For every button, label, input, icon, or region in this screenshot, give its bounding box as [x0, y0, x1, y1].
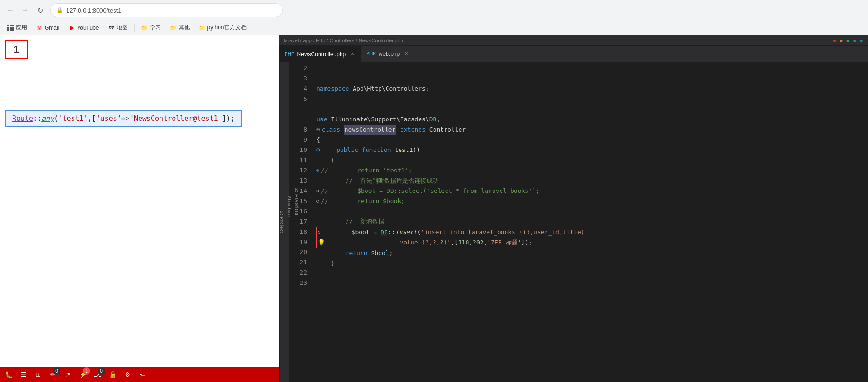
fold-icon-19: ⊖ [318, 227, 320, 237]
folder-icon-other: 📁 [170, 25, 177, 31]
fold-icon-9: ⊖ [316, 125, 320, 135]
youtube-bookmark[interactable]: ▶ YouTube [65, 23, 102, 33]
lock-bottom-icon[interactable]: 🔒 [108, 370, 117, 379]
controller-text: Controller [426, 125, 466, 135]
code-line-8: use Illuminate\Support\Facades\DB; [316, 114, 868, 125]
comment-15: // $book = DB::select('select * from lar… [321, 186, 540, 196]
cls-db: DB [381, 227, 388, 237]
route-arrow: => [121, 114, 130, 123]
route-op1: :: [33, 114, 41, 123]
tab-newscontroller-close[interactable]: ✕ [350, 51, 354, 57]
ide-toolbar-icon-3[interactable]: ● [846, 37, 850, 44]
fn-test1: test1 [394, 145, 413, 155]
gmail-bookmark[interactable]: M Gmail [33, 23, 63, 33]
nav-buttons: ← → ↻ [4, 4, 47, 17]
tab-web[interactable]: PHP web.php ✕ [361, 46, 414, 62]
bulb-icon[interactable]: 💡 [318, 237, 325, 248]
edit-badge-container: ✏ 0 [48, 370, 58, 379]
ide-tabs: PHP NewsController.php ✕ PHP web.php ✕ [279, 46, 868, 62]
use-ns: Illuminate\Support\Facades\DB; [327, 114, 440, 125]
assign-op: = [370, 227, 381, 237]
tab-web-close[interactable]: ✕ [404, 51, 408, 57]
browser-content-inner: 1 Route::any('test1',['uses'=>'NewsContr… [0, 35, 279, 367]
code-area: 2 3 4 5 8 9 10 11 12 13 14 15 16 17 [289, 62, 868, 382]
code-line-12: { [316, 155, 868, 165]
comment-13: // return 'test1'; [321, 165, 412, 176]
apps-bookmark[interactable]: 应用 [4, 22, 31, 33]
ide-toolbar-icon-4[interactable]: ● [853, 37, 856, 44]
code-line-20: 💡 value (?,?,?)' ,[ 110 , 202 , 'ZEP 标题'… [316, 237, 868, 248]
structure-icon[interactable]: ⊞ [33, 370, 43, 379]
comment-14: // 首先判断数据库是否连接成功 [316, 176, 439, 186]
ide-toolbar-icon-5[interactable]: ● [860, 37, 863, 44]
route-method: any [41, 114, 54, 123]
comma-bracket: ,[ [451, 237, 458, 248]
lock-icon: 🔒 [56, 7, 63, 13]
route-close: ]); [222, 114, 235, 123]
str-value: value (?,?,?)' [327, 237, 451, 248]
code-line-17 [316, 206, 868, 217]
code-line-4: namespace App\Http\Controllers; [316, 84, 868, 94]
breadcrumb-text: laravel / app / Http / Controllers / New… [284, 38, 403, 43]
fold-icon-15: ⊖ [316, 186, 319, 196]
git-badge: 0 [98, 367, 105, 375]
python-bookmark[interactable]: 📁 python官方文档 [195, 22, 250, 33]
code-line-19: ⊖ $bool = DB :: insert ( 'insert into la… [316, 227, 868, 237]
php-icon-2: PHP [366, 51, 376, 56]
code-line-13: ⊖ // return 'test1'; [316, 165, 868, 176]
route-comma: ,[ [88, 114, 96, 123]
edit-badge: 0 [53, 367, 60, 375]
gmail-icon: M [36, 25, 43, 31]
breadcrumb: laravel / app / Http / Controllers / New… [279, 35, 868, 46]
main-area: 1 Route::any('test1',['uses'=>'NewsContr… [0, 35, 868, 382]
forward-button[interactable]: → [19, 4, 32, 17]
warning-badge: 1 [83, 367, 90, 375]
route-string2: 'uses' [96, 114, 121, 123]
git-badge-container: ⎇ 0 [93, 370, 102, 379]
ide-toolbar-icon-2[interactable]: ● [839, 37, 843, 44]
favorites-label: 2: Favorites [294, 188, 299, 215]
code-line-11: ⊖ public function test1 () [316, 145, 868, 155]
ide-toolbar-icon-1[interactable]: ● [833, 37, 836, 44]
route-keyword: Route [12, 114, 33, 123]
tab-web-label: web.php [379, 51, 400, 57]
kw-class: class [322, 125, 340, 135]
maps-bookmark[interactable]: 🗺 地图 [105, 22, 132, 33]
other-bookmark[interactable]: 📁 其他 [167, 22, 194, 33]
fn-insert: insert [395, 227, 417, 237]
share-icon[interactable]: ↗ [63, 370, 73, 379]
browser-toolbar: ← → ↻ 🔒 127.0.0.1:8000/test1 [0, 0, 868, 20]
code-content[interactable]: namespace App\Http\Controllers; use Illu… [313, 62, 868, 382]
space3 [358, 145, 362, 155]
cls-newscontroller: newsController [344, 125, 397, 135]
url-text: 127.0.0.1:8000/test1 [66, 7, 121, 14]
folder-icon-study: 📁 [141, 25, 148, 31]
refresh-button[interactable]: ↻ [33, 4, 47, 17]
warning-badge-container: ⚡ 1 [78, 370, 87, 379]
code-line-18: // 新增数据 [316, 217, 868, 227]
tab-newscontroller-label: NewsController.php [297, 51, 346, 58]
code-line-5 [316, 94, 868, 104]
bookmarks-bar: 应用 M Gmail ▶ YouTube 🗺 地图 📁 学习 📁 其他 📁 py… [0, 20, 868, 35]
ns-text: App\Http\Controllers; [349, 84, 429, 94]
folder-icon-python: 📁 [199, 25, 206, 31]
back-button[interactable]: ← [4, 4, 17, 17]
tag-icon[interactable]: 🏷 [138, 370, 147, 379]
space4 [391, 145, 395, 155]
route-string1: 'test1' [58, 114, 87, 123]
comma1: , [469, 237, 473, 248]
bug-icon[interactable]: 🐛 [4, 370, 13, 379]
kw-return: return [316, 248, 367, 258]
code-line-9: ⊖ class newsController extends Controlle… [316, 125, 868, 135]
str-title: 'ZEP 标题' [487, 237, 521, 248]
list-icon[interactable]: ☰ [19, 370, 28, 379]
line-numbers: 2 3 4 5 8 9 10 11 12 13 14 15 16 17 [289, 62, 313, 382]
space2 [396, 125, 400, 135]
study-bookmark[interactable]: 📁 学习 [138, 22, 165, 33]
code-line-23 [316, 269, 868, 279]
tab-newscontroller[interactable]: PHP NewsController.php ✕ [279, 46, 361, 62]
bottom-bar: 🐛 ☰ ⊞ ✏ 0 ↗ ⚡ 1 ⎇ 0 🔒 ⚙ 🏷 [0, 367, 279, 382]
settings-icon[interactable]: ⚙ [123, 370, 132, 379]
code-line-2 [316, 63, 868, 73]
address-bar[interactable]: 🔒 127.0.0.1:8000/test1 [50, 3, 283, 17]
